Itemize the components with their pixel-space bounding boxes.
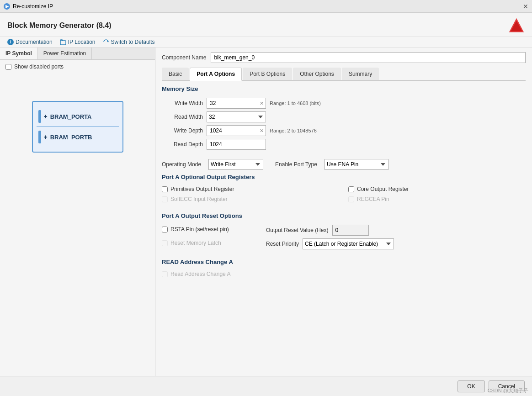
write-depth-range: Range: 2 to 1048576 (270, 128, 317, 133)
write-width-input-wrapper: ✕ (207, 98, 266, 109)
content-area: IP Symbol Power Estimation Show disabled… (0, 48, 532, 376)
show-disabled-ports-label[interactable]: Show disabled ports (5, 63, 149, 70)
regcea-pin-row: REGCEA Pin (348, 196, 526, 202)
reset-memory-latch-checkbox (162, 240, 168, 246)
write-depth-input[interactable] (207, 127, 253, 135)
core-output-reg-row[interactable]: Core Output Register (348, 186, 526, 192)
refresh-icon (103, 39, 109, 45)
port-a-output-reset-section: Port A Output Reset Options RSTA Pin (se… (162, 212, 526, 252)
write-depth-clear-icon[interactable]: ✕ (260, 128, 264, 134)
read-address-change-title: READ Address Change A (162, 259, 526, 267)
rsta-pin-label: RSTA Pin (set/reset pin) (170, 226, 229, 232)
primitives-output-reg-row[interactable]: Primitives Output Register (162, 186, 339, 192)
write-width-clear-icon[interactable]: ✕ (260, 100, 264, 106)
info-icon: i (7, 39, 14, 45)
logo-icon (508, 17, 525, 34)
documentation-button[interactable]: i Documentation (7, 39, 53, 45)
main-window: Block Memory Generator (8.4) i Documenta… (0, 13, 532, 396)
bram-portb-row: + BRAM_PORTB (37, 128, 119, 146)
enable-port-type-select[interactable]: Use ENA Pin Always Enabled (325, 159, 388, 170)
tab-bar: Basic Port A Options Port B Options Othe… (162, 68, 526, 81)
primitives-output-reg-checkbox[interactable] (162, 186, 168, 192)
primitives-output-reg-label: Primitives Output Register (170, 186, 234, 192)
app-icon: ▶ (4, 3, 10, 10)
tab-port-b-options[interactable]: Port B Options (243, 68, 292, 80)
operating-mode-label: Operating Mode (162, 161, 201, 168)
reset-priority-select[interactable]: CE (Latch or Register Enable) SR (Set/Re… (303, 238, 394, 249)
read-width-label: Read Width (162, 114, 203, 120)
bram-diagram: + BRAM_PORTA + BRAM_PORTB (32, 101, 123, 153)
ok-button[interactable]: OK (458, 380, 484, 392)
window-header: Block Memory Generator (8.4) (0, 13, 532, 37)
write-depth-row: Write Depth ✕ Range: 2 to 1048576 (162, 125, 526, 136)
optional-output-registers-title: Port A Optional Output Registers (162, 174, 526, 182)
tab-other-options[interactable]: Other Options (293, 68, 341, 80)
component-name-input[interactable] (211, 52, 526, 63)
output-reset-title: Port A Output Reset Options (162, 212, 526, 221)
output-registers-grid: Primitives Output Register Core Output R… (162, 186, 526, 204)
bram-divider (37, 127, 119, 127)
read-depth-label: Read Depth (162, 141, 203, 148)
read-address-change-a-checkbox (162, 271, 168, 277)
left-panel: IP Symbol Power Estimation Show disabled… (0, 48, 155, 376)
show-disabled-ports-checkbox[interactable] (5, 64, 11, 70)
tab-port-a-options[interactable]: Port A Options (190, 68, 242, 81)
switch-defaults-button[interactable]: Switch to Defaults (103, 39, 155, 45)
write-width-row: Write Width ✕ Range: 1 to 4608 (bits) (162, 98, 526, 109)
reset-priority-label: Reset Priority (266, 241, 299, 247)
reset-memory-latch-row: Reset Memory Latch Reset Priority CE (La… (162, 238, 526, 249)
bram-porta-row: + BRAM_PORTA (37, 107, 119, 126)
read-address-change-a-label: Read Address Change A (170, 271, 230, 277)
folder-icon (60, 39, 66, 45)
tab-basic[interactable]: Basic (162, 68, 189, 80)
read-width-select[interactable]: 32 (207, 111, 266, 122)
rsta-pin-label-row[interactable]: RSTA Pin (set/reset pin) (162, 226, 262, 232)
regcea-pin-label: REGCEA Pin (357, 196, 389, 202)
operating-mode-select[interactable]: Write First Read First No Change (208, 159, 263, 170)
read-depth-row: Read Depth (162, 139, 526, 150)
core-output-reg-checkbox[interactable] (348, 186, 354, 192)
softecc-input-reg-label: SoftECC Input Register (170, 196, 228, 202)
softecc-input-reg-checkbox (162, 196, 168, 202)
ip-location-button[interactable]: IP Location (60, 39, 96, 45)
port-a-optional-output-registers-section: Port A Optional Output Registers Primiti… (162, 174, 526, 206)
tab-power-estimation[interactable]: Power Estimation (38, 48, 92, 59)
write-width-input[interactable] (210, 100, 255, 106)
left-panel-content: Show disabled ports (0, 60, 155, 74)
reset-memory-latch-label-row: Reset Memory Latch (162, 240, 262, 246)
read-address-change-a-row: Read Address Change A (162, 271, 526, 277)
write-width-label: Write Width (162, 100, 203, 106)
output-reset-value-label: Output Reset Value (Hex) (266, 227, 329, 233)
title-bar: ▶ Re-customize IP ✕ (0, 0, 532, 13)
window-title: Block Memory Generator (8.4) (7, 21, 112, 30)
memory-size-section: Memory Size Write Width ✕ Range: 1 to 46… (162, 85, 526, 153)
core-output-reg-label: Core Output Register (357, 186, 409, 192)
porta-bar (38, 110, 41, 123)
read-depth-input[interactable] (207, 140, 253, 148)
softecc-input-reg-row: SoftECC Input Register (162, 196, 339, 202)
svg-rect-2 (60, 41, 66, 45)
rsta-pin-row: RSTA Pin (set/reset pin) Output Reset Va… (162, 225, 526, 236)
bottom-bar: OK Cancel (0, 376, 532, 396)
tab-summary[interactable]: Summary (342, 68, 379, 80)
read-address-change-section: READ Address Change A Read Address Chang… (162, 259, 526, 279)
write-depth-label: Write Depth (162, 127, 203, 134)
component-name-row: Component Name (162, 52, 526, 63)
toolbar: i Documentation IP Location Switch to De… (0, 37, 532, 48)
reset-memory-latch-label: Reset Memory Latch (170, 240, 221, 246)
svg-marker-3 (107, 41, 108, 42)
operating-mode-row: Operating Mode Write First Read First No… (162, 159, 526, 170)
rsta-pin-checkbox[interactable] (162, 227, 168, 232)
close-button[interactable]: ✕ (523, 3, 528, 10)
watermark: CSDN @大翔子子 (488, 387, 528, 394)
portb-bar (38, 131, 41, 143)
output-reset-value-input[interactable] (332, 225, 369, 236)
write-width-range: Range: 1 to 4608 (bits) (270, 100, 321, 106)
tab-ip-symbol[interactable]: IP Symbol (0, 48, 38, 59)
read-width-row: Read Width 32 (162, 111, 526, 122)
regcea-pin-checkbox (348, 196, 354, 202)
enable-port-type-label: Enable Port Type (275, 161, 317, 168)
right-panel: Component Name Basic Port A Options Port… (155, 48, 532, 376)
memory-size-title: Memory Size (162, 85, 526, 94)
left-panel-tabs: IP Symbol Power Estimation (0, 48, 155, 60)
